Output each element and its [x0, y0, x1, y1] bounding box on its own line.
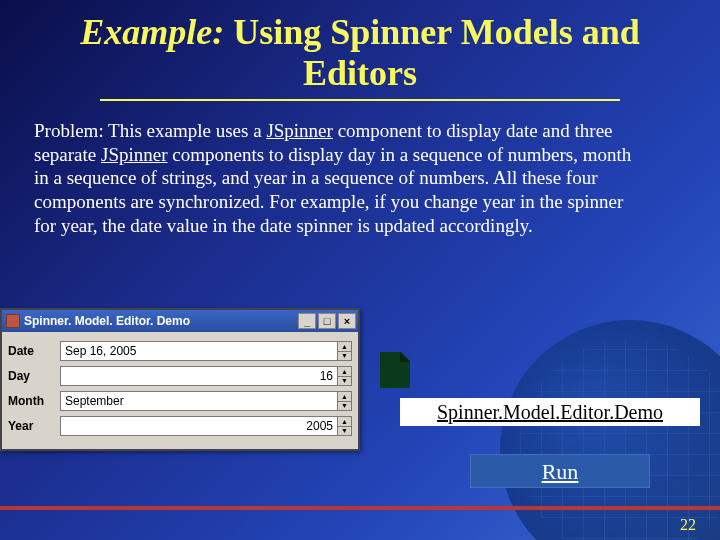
day-row: Day ▲ ▼	[8, 366, 352, 386]
source-file-icon[interactable]	[380, 352, 410, 388]
title-main: Using Spinner Models and Editors	[224, 12, 639, 93]
day-input[interactable]	[61, 367, 337, 385]
year-spinner[interactable]: ▲ ▼	[60, 416, 352, 436]
window-title: Spinner. Model. Editor. Demo	[24, 314, 190, 328]
month-input[interactable]	[61, 392, 337, 410]
spinner-down-icon[interactable]: ▼	[337, 426, 351, 436]
spinner-up-icon[interactable]: ▲	[337, 342, 351, 351]
day-label: Day	[8, 369, 60, 383]
date-input[interactable]	[61, 342, 337, 360]
title-underline	[100, 99, 620, 101]
date-label: Date	[8, 344, 60, 358]
date-spinner[interactable]: ▲ ▼	[60, 341, 352, 361]
month-label: Month	[8, 394, 60, 408]
month-row: Month ▲ ▼	[8, 391, 352, 411]
year-input[interactable]	[61, 417, 337, 435]
demo-class-link[interactable]: Spinner.Model.Editor.Demo	[400, 398, 700, 426]
day-spinner[interactable]: ▲ ▼	[60, 366, 352, 386]
problem-text: Problem: This example uses a JSpinner co…	[0, 119, 670, 238]
minimize-button[interactable]: _	[298, 313, 316, 329]
window-titlebar: Spinner. Model. Editor. Demo _ □ ×	[2, 310, 358, 332]
spinner-up-icon[interactable]: ▲	[337, 392, 351, 401]
close-button[interactable]: ×	[338, 313, 356, 329]
spinner-down-icon[interactable]: ▼	[337, 376, 351, 386]
title-prefix: Example:	[80, 12, 224, 52]
slide-title: Example: Using Spinner Models and Editor…	[0, 0, 720, 99]
month-spinner[interactable]: ▲ ▼	[60, 391, 352, 411]
maximize-button[interactable]: □	[318, 313, 336, 329]
page-number: 22	[680, 516, 696, 534]
java-cup-icon	[6, 314, 20, 328]
demo-window: Spinner. Model. Editor. Demo _ □ × Date …	[0, 308, 360, 451]
spinner-down-icon[interactable]: ▼	[337, 401, 351, 411]
year-row: Year ▲ ▼	[8, 416, 352, 436]
spinner-up-icon[interactable]: ▲	[337, 417, 351, 426]
spinner-down-icon[interactable]: ▼	[337, 351, 351, 361]
run-button[interactable]: Run	[470, 454, 650, 488]
spinner-up-icon[interactable]: ▲	[337, 367, 351, 376]
date-row: Date ▲ ▼	[8, 341, 352, 361]
year-label: Year	[8, 419, 60, 433]
footer-divider	[0, 506, 720, 510]
